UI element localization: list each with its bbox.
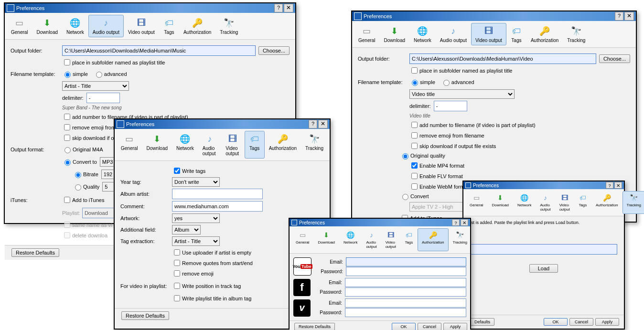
youtube-password-input[interactable] <box>346 267 466 276</box>
tab-network[interactable]: 🌐Network <box>172 131 198 159</box>
tab-download[interactable]: ⬇Download <box>313 228 339 251</box>
album-artist-input[interactable] <box>172 189 263 199</box>
facebook-password-input[interactable] <box>345 287 466 297</box>
add-number-checkbox[interactable] <box>64 114 70 120</box>
delimiter-input[interactable] <box>434 101 467 111</box>
skip-download-checkbox[interactable] <box>64 135 70 141</box>
cancel-button[interactable]: Cancel <box>418 323 441 330</box>
help-icon[interactable]: ? <box>615 12 623 21</box>
close-icon[interactable]: ✕ <box>461 219 468 226</box>
use-uploader-checkbox[interactable] <box>174 249 180 255</box>
flv-checkbox[interactable] <box>411 173 418 179</box>
playlist-url-input[interactable] <box>469 244 617 255</box>
titlebar[interactable]: Preferences ? ✕ <box>290 219 470 226</box>
restore-defaults-button[interactable]: Defaults <box>470 318 494 326</box>
write-position-checkbox[interactable] <box>174 283 180 289</box>
remove-emoji-tags-checkbox[interactable] <box>174 270 180 277</box>
tab-authorization[interactable]: 🔑Authorization <box>265 131 301 159</box>
youtube-email-input[interactable] <box>346 257 466 266</box>
help-icon[interactable]: ? <box>309 120 317 128</box>
tag-extraction-select[interactable]: Artist - Title <box>172 236 220 246</box>
choose-button[interactable]: Choose... <box>599 54 630 63</box>
restore-defaults-button[interactable]: Restore Defaults <box>11 248 59 257</box>
delimiter-input[interactable] <box>86 93 120 103</box>
tab-audio-output[interactable]: ♪Audio output <box>436 23 471 45</box>
apply-button[interactable]: Apply <box>595 318 619 326</box>
tab-authorization[interactable]: 🔑Authorization <box>418 228 449 251</box>
convert-to-radio-label[interactable]: Convert to <box>62 158 97 166</box>
tab-video-output[interactable]: 🎞Video output <box>381 228 400 251</box>
tab-tracking[interactable]: 🔭Tracking <box>449 228 472 251</box>
tab-authorization[interactable]: 🔑Authorization <box>526 23 563 45</box>
apply-button[interactable]: Apply <box>443 323 467 330</box>
load-button[interactable]: Load <box>529 264 558 273</box>
simple-radio[interactable] <box>412 80 418 86</box>
remove-emoji-checkbox[interactable] <box>411 132 418 138</box>
tab-network[interactable]: 🌐Network <box>339 228 362 251</box>
tab-tracking[interactable]: 🔭Tracking <box>563 23 590 45</box>
comment-input[interactable] <box>172 201 263 212</box>
quality-radio-label[interactable]: Quality <box>73 183 99 191</box>
template-select[interactable]: Video title <box>409 89 515 99</box>
skip-download-checkbox[interactable] <box>411 143 418 149</box>
write-playlist-checkbox[interactable] <box>174 295 180 301</box>
tab-authorization[interactable]: 🔑Authorization <box>591 191 623 214</box>
tab-video-output[interactable]: 🎞Video output <box>555 191 574 214</box>
convert-radio[interactable] <box>402 194 408 200</box>
year-tag-select[interactable]: Don't write <box>172 177 220 187</box>
tab-download[interactable]: ⬇Download <box>32 15 62 37</box>
tab-download[interactable]: ⬇Download <box>380 23 409 45</box>
remove-emoji-checkbox[interactable] <box>64 124 70 130</box>
tab-tags[interactable]: 🏷Tags <box>245 131 265 159</box>
output-folder-input[interactable] <box>62 45 256 56</box>
tab-download[interactable]: ⬇Download <box>487 191 513 214</box>
titlebar[interactable]: Preferences ? ✕ <box>115 119 330 129</box>
template-select[interactable]: Artist - Title <box>62 81 129 91</box>
tab-tracking[interactable]: 🔭Tracking <box>215 15 242 37</box>
output-folder-input[interactable] <box>409 53 596 64</box>
ok-button[interactable]: OK <box>544 318 568 326</box>
simple-radio-label[interactable]: simple <box>62 70 88 78</box>
convert-to-radio[interactable] <box>64 160 71 166</box>
close-icon[interactable]: ✕ <box>624 12 634 21</box>
tab-audio-output[interactable]: ♪Audio output <box>88 15 124 37</box>
subfolder-checkbox[interactable] <box>411 67 418 74</box>
mp4-checkbox[interactable] <box>411 162 418 169</box>
tab-audio-output[interactable]: ♪Audio output <box>198 131 222 159</box>
vimeo-password-input[interactable] <box>345 308 466 317</box>
tab-audio-output[interactable]: ♪Audio output <box>362 228 381 251</box>
tab-general[interactable]: ▭General <box>7 15 32 37</box>
tab-video-output[interactable]: 🎞Video output <box>221 131 244 159</box>
advanced-radio[interactable] <box>96 72 102 78</box>
help-icon[interactable]: ? <box>274 4 283 12</box>
facebook-email-input[interactable] <box>345 278 466 287</box>
close-icon[interactable]: ✕ <box>318 120 328 128</box>
simple-radio[interactable] <box>64 72 71 78</box>
original-m4a-radio-label[interactable]: Original M4A <box>62 146 103 153</box>
tab-general[interactable]: ▭General <box>291 228 313 251</box>
tab-video-output[interactable]: 🎞Video output <box>124 15 159 37</box>
tab-general[interactable]: ▭General <box>465 191 487 214</box>
bitrate-radio[interactable] <box>75 172 81 178</box>
add-itunes-checkbox[interactable] <box>64 197 70 203</box>
tab-tags[interactable]: 🏷Tags <box>506 23 526 45</box>
add-number-checkbox[interactable] <box>411 122 418 128</box>
tab-audio-output[interactable]: ♪Audio output <box>536 191 555 214</box>
tab-network[interactable]: 🌐Network <box>513 191 536 214</box>
close-icon[interactable]: ✕ <box>614 182 622 189</box>
webm-checkbox[interactable] <box>411 183 418 190</box>
original-m4a-radio[interactable] <box>64 147 71 153</box>
write-tags-checkbox[interactable] <box>174 168 180 174</box>
titlebar[interactable]: Preferences ? ✕ <box>5 3 295 13</box>
tab-download[interactable]: ⬇Download <box>142 131 172 159</box>
tab-general[interactable]: ▭General <box>117 131 142 159</box>
original-quality-radio[interactable] <box>402 153 408 160</box>
additional-field-select[interactable]: Album <box>172 225 201 234</box>
tab-tracking[interactable]: 🔭Tracking <box>623 191 644 214</box>
tab-tags[interactable]: 🏷Tags <box>574 191 591 214</box>
ok-button[interactable]: OK <box>392 323 416 330</box>
help-icon[interactable]: ? <box>606 182 613 189</box>
tab-general[interactable]: ▭General <box>354 23 380 45</box>
help-icon[interactable]: ? <box>452 219 460 226</box>
titlebar[interactable]: Preferences ? ✕ <box>352 11 636 21</box>
